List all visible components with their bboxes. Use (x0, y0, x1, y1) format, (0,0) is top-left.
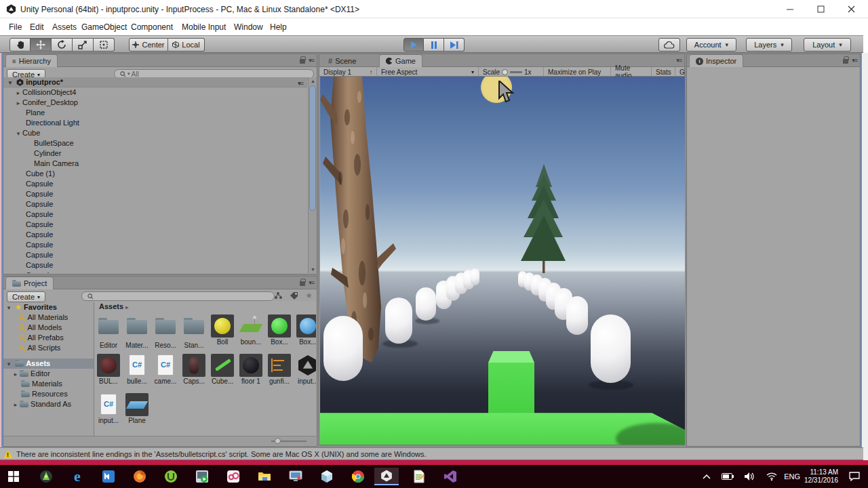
foldout-open-icon[interactable]: ▾ (5, 359, 13, 369)
asset-item[interactable]: boun... (237, 314, 264, 346)
tree-folder[interactable]: ▸ Editor (3, 369, 94, 379)
hierarchy-item[interactable]: Plane (3, 108, 307, 118)
tray-chevron[interactable] (703, 465, 711, 488)
menu-window[interactable]: Window (234, 22, 263, 32)
thumbnail-slider-knob[interactable] (275, 438, 281, 444)
hierarchy-item[interactable]: Directional Light (3, 118, 307, 128)
display-dropdown[interactable]: Display 1↕ (319, 67, 377, 77)
scale-slider[interactable]: Scale 1x (479, 67, 541, 77)
asset-item[interactable]: gunfi... (266, 354, 293, 385)
play-button[interactable] (403, 38, 424, 52)
pivot-center-button[interactable]: Center (129, 38, 168, 52)
foldout-open-icon[interactable]: ▾ (6, 78, 14, 88)
hierarchy-item[interactable]: Capsule (3, 270, 307, 273)
favorites-root[interactable]: ▾ ★ Favorites (3, 302, 94, 312)
taskbar-icon-chrome[interactable] (346, 468, 370, 485)
panel-menu-icon[interactable]: ▾≡ (309, 57, 314, 64)
favorites-star-icon[interactable]: ★ (305, 291, 313, 300)
taskbar-icon-media-player[interactable] (190, 468, 214, 485)
taskbar-icon-utorrent[interactable] (159, 468, 183, 485)
asset-item[interactable]: Reso... (152, 314, 179, 349)
foldout-open-icon[interactable]: ▾ (14, 129, 22, 139)
scene-row[interactable]: ▾ inputproc* ▾≡ (3, 77, 307, 87)
hierarchy-item[interactable]: Capsule (3, 220, 307, 230)
menu-mobile-input[interactable]: Mobile Input (182, 22, 226, 32)
asset-item[interactable]: Box... (266, 314, 293, 346)
speaker-icon[interactable] (745, 465, 755, 488)
hierarchy-item[interactable]: Capsule (3, 260, 307, 270)
action-center-icon[interactable] (849, 465, 860, 488)
menu-edit[interactable]: Edit (30, 22, 44, 32)
asset-item[interactable]: Boll (209, 314, 236, 346)
minimize-button[interactable] (778, 1, 802, 16)
taskbar-icon-3d-builder[interactable] (315, 468, 339, 485)
asset-item[interactable]: Editor (95, 314, 122, 349)
menu-file[interactable]: File (9, 22, 22, 32)
hierarchy-item[interactable]: ▸CollisionObject4 (3, 87, 307, 98)
hierarchy-item[interactable]: Capsule (3, 179, 307, 189)
search-by-type-icon[interactable] (274, 291, 283, 300)
menu-assets[interactable]: Assets (52, 22, 77, 32)
hierarchy-item[interactable]: Capsule (3, 189, 307, 199)
foldout-closed-icon[interactable]: ▸ (12, 400, 20, 410)
scroll-up-icon[interactable]: ▲ (311, 79, 315, 83)
asset-item[interactable]: input... (294, 354, 316, 385)
hierarchy-item[interactable]: ▾Cube (3, 128, 307, 138)
aspect-dropdown[interactable]: Free Aspect▾ (377, 67, 479, 77)
hierarchy-item[interactable]: Capsule (3, 240, 307, 250)
tab-project[interactable]: Project (5, 277, 54, 289)
tray-clock[interactable]: 11:13 AM12/31/2016 (804, 465, 838, 488)
mute-audio-toggle[interactable]: Mute audio (611, 67, 652, 77)
foldout-closed-icon[interactable]: ▸ (14, 88, 22, 98)
close-button[interactable] (840, 1, 863, 16)
status-bar[interactable]: There are inconsistent line endings in t… (0, 447, 863, 460)
asset-item[interactable]: C#bulle... (123, 354, 151, 385)
hierarchy-item[interactable]: ▸Conifer_Desktop (3, 98, 307, 108)
tab-game[interactable]: Game (379, 54, 422, 67)
panel-menu-icon[interactable]: ▾≡ (852, 57, 857, 64)
asset-item[interactable]: C#input... (95, 393, 122, 424)
taskbar-icon-file-explorer[interactable] (252, 468, 277, 485)
project-create-button[interactable]: Create▾ (7, 291, 45, 302)
stats-toggle[interactable]: Stats (652, 67, 675, 77)
project-search-input[interactable] (81, 291, 275, 301)
asset-item[interactable]: BUL... (95, 354, 122, 385)
tab-inspector[interactable]: i Inspector (689, 54, 743, 67)
asset-item[interactable]: Stan... (180, 314, 208, 349)
taskbar-icon-notepad[interactable] (407, 468, 431, 485)
tab-hierarchy[interactable]: ≡ Hierarchy (5, 54, 58, 67)
asset-item[interactable]: Caps... (180, 354, 208, 385)
hierarchy-scrollbar[interactable]: ▲ ▼ (308, 77, 317, 273)
maximize-on-play-toggle[interactable]: Maximize on Play (543, 67, 611, 77)
cloud-button[interactable] (658, 38, 680, 52)
lock-icon[interactable] (300, 59, 305, 64)
asset-item[interactable]: C#came... (152, 354, 179, 385)
hierarchy-scroll-thumb[interactable] (309, 85, 316, 211)
hierarchy-item[interactable]: BulletSpace (3, 138, 307, 148)
taskbar-icon-unity[interactable] (374, 468, 399, 485)
scale-tool-button[interactable] (73, 38, 94, 52)
hierarchy-item[interactable]: Capsule (3, 199, 307, 209)
layers-dropdown[interactable]: Layers▾ (746, 38, 792, 52)
panel-menu-icon[interactable]: ▾≡ (676, 57, 682, 64)
battery-icon[interactable] (722, 465, 734, 488)
taskbar-icon-edge[interactable]: e (65, 468, 90, 485)
tab-scene[interactable]: # Scene (322, 54, 362, 67)
asset-item[interactable]: Cube... (209, 354, 236, 385)
move-tool-button[interactable] (31, 38, 52, 52)
hierarchy-item[interactable]: Capsule (3, 230, 307, 240)
scroll-down-icon[interactable]: ▼ (311, 267, 315, 272)
hierarchy-item[interactable]: Cylinder (3, 148, 307, 159)
hierarchy-item[interactable]: Capsule (3, 250, 307, 260)
step-button[interactable] (444, 38, 465, 52)
hierarchy-item[interactable]: Capsule (3, 209, 307, 220)
panel-menu-icon[interactable]: ▾≡ (309, 279, 314, 286)
tree-folder[interactable]: Materials (3, 379, 94, 389)
scale-knob[interactable] (502, 69, 508, 75)
breadcrumb[interactable]: Assets ▸ (99, 302, 128, 310)
pivot-local-button[interactable]: Local (168, 38, 205, 52)
asset-item[interactable]: floor 1 (237, 354, 264, 385)
asset-item[interactable]: Plane (123, 393, 151, 424)
favorites-item[interactable]: All Prefabs (3, 333, 94, 343)
foldout-closed-icon[interactable]: ▸ (12, 369, 20, 380)
